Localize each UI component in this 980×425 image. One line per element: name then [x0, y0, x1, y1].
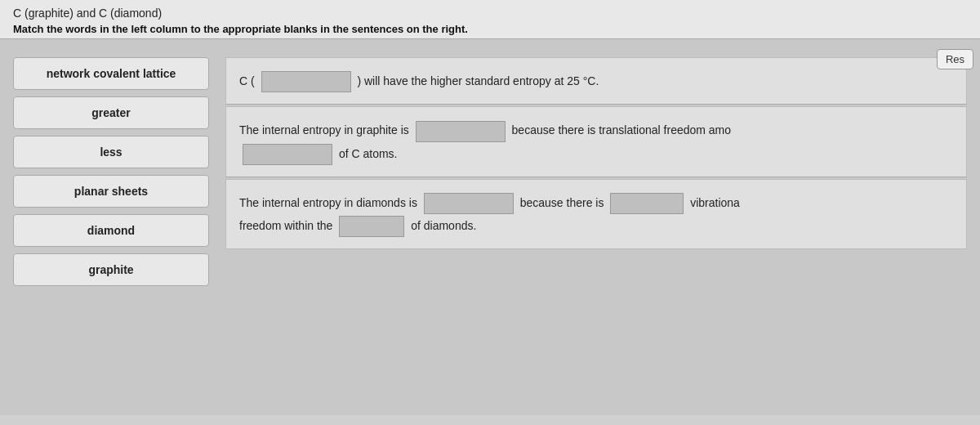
- sentence-2-part1: The internal entropy in graphite is: [239, 123, 409, 136]
- sentence-3-part3: vibrationa: [690, 196, 740, 209]
- blank-5[interactable]: [610, 193, 684, 214]
- sentence-2-part3: of C atoms.: [339, 147, 398, 160]
- blank-3[interactable]: [243, 144, 332, 165]
- top-header: C (graphite) and C (diamond) Match the w…: [0, 0, 980, 39]
- tile-greater[interactable]: greater: [13, 96, 209, 129]
- blank-6[interactable]: [339, 216, 404, 237]
- sentence-1-text-after: ) will have the higher standard entropy …: [357, 74, 599, 87]
- sentence-1-text-before: C (: [239, 74, 255, 87]
- sentence-3-part1: The internal entropy in diamonds is: [239, 196, 417, 209]
- sentence-3-part2: because there is: [520, 196, 604, 209]
- sentence-2-part2: because there is translational freedom a…: [512, 123, 731, 136]
- blank-1[interactable]: [261, 71, 351, 92]
- sentence-block-3: The internal entropy in diamonds is beca…: [225, 179, 967, 250]
- page-subtitle: Match the words in the left column to th…: [13, 23, 967, 35]
- left-column: network covalent lattice greater less pl…: [13, 57, 209, 286]
- content-row: network covalent lattice greater less pl…: [13, 57, 967, 286]
- sentence-3-part4: freedom within the: [239, 219, 332, 232]
- blank-2[interactable]: [416, 121, 506, 142]
- blank-4[interactable]: [424, 193, 514, 214]
- sentence-block-2: The internal entropy in graphite is beca…: [225, 106, 967, 177]
- tile-less[interactable]: less: [13, 136, 209, 168]
- main-area: Res network covalent lattice greater les…: [0, 39, 980, 415]
- tile-planar-sheets[interactable]: planar sheets: [13, 175, 209, 208]
- page-title: C (graphite) and C (diamond): [13, 7, 967, 20]
- tile-network-covalent-lattice[interactable]: network covalent lattice: [13, 57, 209, 90]
- sentence-block-1: C ( ) will have the higher standard entr…: [225, 57, 967, 105]
- sentence-3-part5: of diamonds.: [411, 219, 476, 232]
- right-column: C ( ) will have the higher standard entr…: [225, 57, 967, 286]
- tile-diamond[interactable]: diamond: [13, 214, 209, 247]
- reset-button[interactable]: Res: [937, 49, 973, 69]
- tile-graphite[interactable]: graphite: [13, 253, 209, 286]
